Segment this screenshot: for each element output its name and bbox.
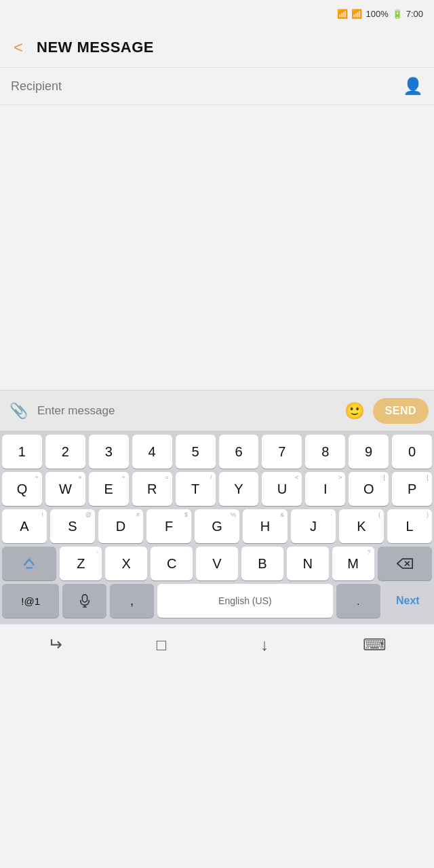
keyboard-row-qwerty: Q+ W× E+ R= T/ Y U< I> O[ P{ <box>2 472 432 506</box>
key-m[interactable]: M? <box>332 547 374 580</box>
status-bar: 📶 📶 100% 🔋 7:00 <box>0 0 434 27</box>
space-key[interactable]: English (US) <box>157 584 333 618</box>
page-title: NEW MESSAGE <box>37 39 154 56</box>
key-0[interactable]: 0 <box>392 435 432 469</box>
key-l[interactable]: L) <box>387 509 432 543</box>
time-label: 7:00 <box>406 9 423 19</box>
key-n[interactable]: N <box>287 547 329 580</box>
next-key[interactable]: Next <box>384 584 432 618</box>
svg-rect-3 <box>82 595 87 602</box>
wifi-icon: 📶 <box>337 9 348 19</box>
message-input-bar: 📎 🙂 SEND <box>0 390 434 431</box>
numbers-key[interactable]: !@1 <box>2 584 59 618</box>
contact-icon[interactable]: 👤 <box>403 77 423 96</box>
key-6[interactable]: 6 <box>219 435 259 469</box>
key-3[interactable]: 3 <box>89 435 129 469</box>
recipient-row: 👤 <box>0 68 434 105</box>
nav-back-icon[interactable]: ↵ <box>47 634 62 655</box>
key-7[interactable]: 7 <box>262 435 302 469</box>
key-y[interactable]: Y <box>219 472 259 506</box>
nav-down-icon[interactable]: ↓ <box>260 635 269 654</box>
key-q[interactable]: Q+ <box>2 472 42 506</box>
key-u[interactable]: U< <box>262 472 302 506</box>
key-k[interactable]: K( <box>339 509 384 543</box>
signal-icon: 📶 <box>351 9 362 19</box>
key-t[interactable]: T/ <box>176 472 216 506</box>
key-i[interactable]: I> <box>305 472 345 506</box>
keyboard-row-numbers: 1 2 3 4 5 6 7 8 9 0 <box>2 435 432 469</box>
key-j[interactable]: J· <box>291 509 336 543</box>
send-button[interactable]: SEND <box>373 398 429 424</box>
key-2[interactable]: 2 <box>45 435 85 469</box>
nav-bar: ↵ □ ↓ ⌨ <box>0 624 434 665</box>
key-c[interactable]: C <box>151 547 193 580</box>
nav-home-icon[interactable]: □ <box>157 635 167 654</box>
shift-key[interactable] <box>2 547 56 580</box>
backspace-key[interactable] <box>378 547 432 580</box>
key-5[interactable]: 5 <box>176 435 216 469</box>
key-h[interactable]: H& <box>243 509 288 543</box>
keyboard: 1 2 3 4 5 6 7 8 9 0 Q+ W× E+ R= T/ Y U< … <box>0 431 434 624</box>
key-g[interactable]: G% <box>195 509 239 543</box>
key-1[interactable]: 1 <box>2 435 42 469</box>
battery-label: 100% <box>366 9 388 19</box>
app-header: < NEW MESSAGE <box>0 27 434 68</box>
mic-key[interactable] <box>62 584 106 618</box>
keyboard-row-bottom: !@1 , English (US) . Next <box>2 584 432 618</box>
key-x[interactable]: X <box>105 547 147 580</box>
key-s[interactable]: S@ <box>50 509 95 543</box>
comma-key[interactable]: , <box>110 584 154 618</box>
message-input[interactable] <box>37 404 336 418</box>
key-4[interactable]: 4 <box>132 435 172 469</box>
key-p[interactable]: P{ <box>392 472 432 506</box>
key-w[interactable]: W× <box>45 472 85 506</box>
key-o[interactable]: O[ <box>349 472 389 506</box>
message-area <box>0 105 434 390</box>
key-v[interactable]: V <box>196 547 238 580</box>
status-icons: 📶 📶 100% 🔋 7:00 <box>337 9 423 19</box>
key-9[interactable]: 9 <box>349 435 389 469</box>
nav-keyboard-icon[interactable]: ⌨ <box>363 635 387 654</box>
keyboard-row-zxcv: Z- X C V B N M? <box>2 547 432 580</box>
attach-icon[interactable]: 📎 <box>5 399 32 422</box>
key-f[interactable]: F$ <box>146 509 191 543</box>
emoji-icon[interactable]: 🙂 <box>342 399 368 423</box>
battery-icon: 🔋 <box>392 9 403 19</box>
key-z[interactable]: Z- <box>60 547 102 580</box>
period-key[interactable]: . <box>336 584 380 618</box>
recipient-input[interactable] <box>11 79 403 94</box>
key-8[interactable]: 8 <box>305 435 345 469</box>
key-e[interactable]: E+ <box>89 472 129 506</box>
keyboard-row-asdf: A! S@ D# F$ G% H& J· K( L) <box>2 509 432 543</box>
key-r[interactable]: R= <box>132 472 172 506</box>
key-a[interactable]: A! <box>2 509 47 543</box>
key-d[interactable]: D# <box>98 509 143 543</box>
back-button[interactable]: < <box>11 35 26 60</box>
key-b[interactable]: B <box>241 547 283 580</box>
